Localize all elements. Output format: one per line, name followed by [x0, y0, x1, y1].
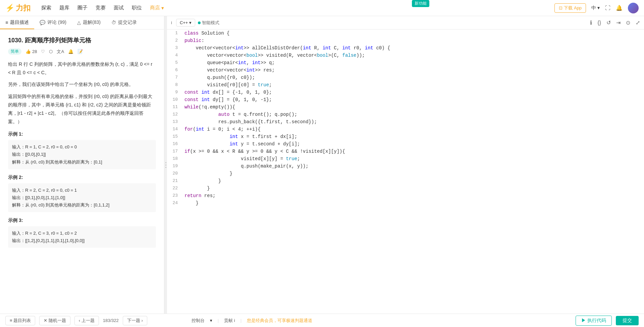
separator-1: |	[218, 318, 219, 323]
line-content: class Solution {	[183, 30, 644, 37]
bottom-right-actions: ▶ 执行代码 提交	[576, 316, 639, 326]
line-number: 1	[167, 30, 183, 37]
code-line: 2public:	[167, 37, 644, 44]
nav-interview[interactable]: 面试	[114, 5, 124, 11]
line-number: 6	[167, 66, 183, 74]
download-app-button[interactable]: ⊡ 下载 App	[554, 3, 586, 13]
translate-button[interactable]: 文A	[57, 49, 64, 55]
console-button[interactable]: 控制台	[192, 318, 205, 324]
shop-dropdown-icon: ▾	[161, 5, 164, 11]
info-icon[interactable]: ℹ	[590, 19, 592, 26]
notify-button[interactable]: 🔔	[68, 49, 73, 54]
code-line: 17if(x >= 0 && x < R && y >= 0 && y < C …	[167, 148, 644, 155]
next-problem-button[interactable]: 下一题 ›	[123, 316, 147, 325]
ai-mode-button[interactable]: 智能模式	[198, 20, 219, 26]
resize-handle[interactable]	[164, 16, 167, 314]
like-button[interactable]: 👍 28	[25, 49, 37, 54]
line-number: 9	[167, 89, 183, 96]
main-layout: ≡ 题目描述 💬 评论 (99) △ 题解(83) ⏱ 提交记录 1030. 距…	[0, 16, 644, 314]
line-number: 7	[167, 74, 183, 81]
left-panel: ≡ 题目描述 💬 评论 (99) △ 题解(83) ⏱ 提交记录 1030. 距…	[0, 16, 164, 314]
code-line: 7 q.push({r0, c0});	[167, 74, 644, 81]
nav-community[interactable]: 圈子	[77, 5, 88, 11]
code-line: 6 vector<vector<int>> res;	[167, 66, 644, 74]
line-number: 23	[167, 192, 183, 199]
nav-shop[interactable]: 商店 ▾	[150, 5, 164, 11]
run-code-button[interactable]: ▶ 执行代码	[576, 316, 612, 326]
reset-icon[interactable]: ↺	[606, 19, 611, 26]
tab-solutions[interactable]: △ 题解(83)	[72, 16, 106, 29]
code-line: 21 }	[167, 177, 644, 185]
line-content: const int dx[] = {-1, 0, 1, 0};	[183, 89, 644, 96]
nav-explore[interactable]: 探索	[41, 5, 51, 11]
settings-icon[interactable]: ⊙	[626, 19, 630, 26]
difficulty-badge: 简单	[8, 48, 21, 55]
tab-comments[interactable]: 💬 评论 (99)	[34, 16, 72, 29]
line-content: }	[183, 199, 644, 207]
tab-problem-description[interactable]: ≡ 题目描述	[0, 16, 34, 29]
line-number: 5	[167, 59, 183, 66]
prev-problem-button[interactable]: ‹ 上一题	[74, 316, 99, 325]
line-number: 14	[167, 126, 183, 133]
line-content: public:	[183, 37, 644, 44]
heart-icon: ♡	[41, 49, 45, 54]
favorite-button[interactable]: ♡	[41, 49, 45, 54]
example-1-block: 输入：R = 1, C = 2, r0 = 0, c0 = 0 输出：[[0,0…	[8, 140, 156, 169]
fullscreen-icon[interactable]: ⛶	[605, 5, 610, 11]
more-button[interactable]: 📝	[77, 49, 83, 54]
contribute-button[interactable]: 贡献 i	[224, 318, 235, 324]
avatar[interactable]	[628, 3, 639, 13]
nav-problems[interactable]: 题库	[59, 5, 69, 11]
problem-content: 1030. 距离顺序排列矩阵单元格 简单 👍 28 ♡ ⬡ 文A 🔔	[0, 30, 164, 314]
expand-editor-icon[interactable]: ⤢	[636, 19, 640, 26]
page-info: 183/322	[103, 318, 119, 323]
nav-jobs[interactable]: 职位	[132, 5, 142, 11]
bottom-center: 控制台 ▾ | 贡献 i | 您是经典会员，可享极速判题通道	[192, 318, 312, 324]
line-content: vector<vector<int>> res;	[183, 66, 644, 74]
code-line: 23return res;	[167, 192, 644, 199]
bottom-left-actions: ≡ 题目列表 ✕ 随机一题 ‹ 上一题 183/322 下一题 ›	[5, 316, 147, 325]
logo[interactable]: ⚡ 力扣	[5, 3, 31, 13]
description-icon: ≡	[5, 20, 8, 25]
line-content: q.push({r0, c0});	[183, 74, 644, 81]
note-icon: 📝	[77, 49, 83, 54]
line-content: while(!q.empty()){	[183, 103, 644, 111]
nav-contest[interactable]: 竞赛	[96, 5, 106, 11]
line-number: 24	[167, 199, 183, 207]
translate-icon: 文A	[57, 49, 64, 55]
problem-description: 给出 R 行 C 列的矩阵，其中的单元格的整数坐标为 (r, c)，满足 0 <…	[8, 60, 156, 126]
top-navigation: ⚡ 力扣 探索 题库 圈子 竞赛 面试 职位 商店 ▾ 新功能 ⊡ 下载 App…	[0, 0, 644, 16]
language-selector[interactable]: 中 ▾	[591, 5, 600, 11]
line-number: 13	[167, 118, 183, 126]
line-number: 2	[167, 37, 183, 44]
braces-icon[interactable]: {}	[597, 20, 601, 26]
code-editor[interactable]: 1class Solution {2public:3 vector<vector…	[167, 30, 644, 314]
logo-icon: ⚡	[5, 4, 14, 12]
line-number: 17	[167, 148, 183, 155]
editor-tab-bar: i C++ ▾ 智能模式 ℹ {} ↺ ⇥ ⊙ ⤢	[167, 16, 644, 30]
submit-button[interactable]: 提交	[616, 316, 639, 325]
code-line: 14for(int i = 0; i < 4; ++i){	[167, 126, 644, 133]
share-button[interactable]: ⬡	[49, 49, 53, 54]
line-number: 8	[167, 81, 183, 89]
console-chevron-icon: ▾	[210, 318, 212, 323]
arrow-icon[interactable]: ⇥	[616, 19, 621, 26]
resize-dot-1	[165, 162, 166, 163]
line-number: 22	[167, 185, 183, 192]
problem-list-button[interactable]: ≡ 题目列表	[5, 316, 35, 325]
line-number: 20	[167, 170, 183, 177]
random-problem-button[interactable]: ✕ 随机一题	[39, 316, 70, 325]
problem-meta: 简单 👍 28 ♡ ⬡ 文A 🔔 📝	[8, 48, 156, 55]
bell-icon[interactable]: 🔔	[616, 5, 623, 11]
line-content: vector<vector<int>> allCellsDistOrder(in…	[183, 44, 644, 52]
line-number: 3	[167, 44, 183, 52]
tab-submissions[interactable]: ⏱ 提交记录	[106, 16, 142, 29]
language-select-button[interactable]: C++ ▾	[176, 19, 196, 27]
line-number: 19	[167, 162, 183, 170]
lang-chevron-icon: ▾	[597, 5, 600, 10]
code-line: 15 int x = t.first + dx[i];	[167, 133, 644, 140]
line-number: 15	[167, 133, 183, 140]
logo-text: 力扣	[16, 3, 31, 13]
code-line: 5 queue<pair<int, int>> q;	[167, 59, 644, 66]
line-number: 11	[167, 103, 183, 111]
